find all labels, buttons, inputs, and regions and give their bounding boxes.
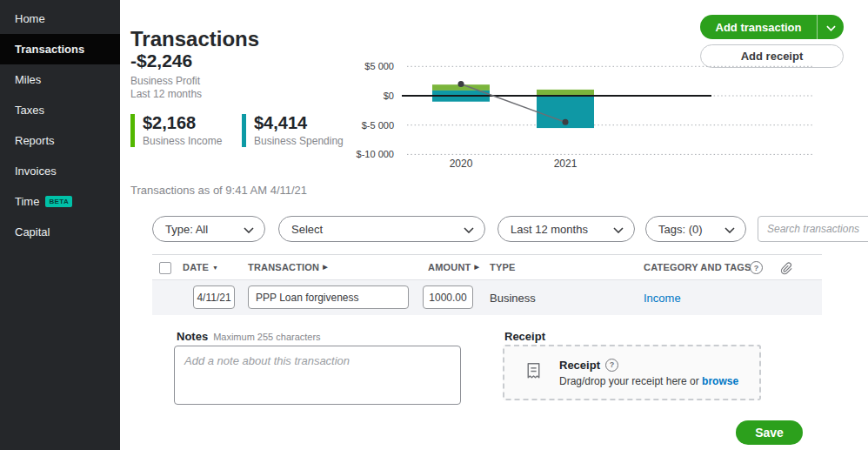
tags-filter-dropdown[interactable]: Tags: (0) — [645, 216, 746, 242]
receipt-dropzone[interactable]: Receipt ? Drag/drop your receipt here or… — [503, 345, 761, 400]
dropzone-title-text: Receipt — [559, 359, 600, 372]
transaction-type-value: Business — [490, 292, 536, 305]
amount-field[interactable] — [423, 285, 473, 309]
select-all-checkbox[interactable] — [159, 262, 171, 274]
select-filter-label: Select — [291, 223, 323, 236]
chevron-down-icon — [826, 19, 836, 35]
drop-text: Drag/drop your receipt here or — [559, 375, 699, 387]
column-header-label: CATEGORY AND TAGS — [644, 262, 751, 272]
transaction-edit-row: Business Income — [152, 279, 822, 315]
tags-filter-label: Tags: (0) — [658, 223, 703, 236]
sidebar-item-label: Home — [15, 12, 45, 25]
receipt-section-label: Receipt — [504, 330, 545, 343]
business-spending-value: $4,414 — [254, 114, 344, 131]
sidebar-item-label: Capital — [15, 225, 50, 238]
profit-chart: $5 000$0$-5 000$-10 00020202021 — [335, 54, 826, 176]
sort-desc-icon: ▼ — [212, 265, 218, 271]
business-profit-value: -$2,246 — [130, 50, 192, 71]
business-income-stat: $2,168 Business Income — [130, 114, 222, 147]
business-income-label: Business Income — [143, 135, 222, 147]
business-profit-label: Business Profit — [130, 75, 200, 87]
browse-link[interactable]: browse — [702, 375, 738, 387]
add-transaction-menu-toggle[interactable] — [818, 15, 844, 39]
svg-text:2021: 2021 — [554, 158, 578, 170]
app-window: Home Transactions Miles Taxes Reports In… — [0, 0, 868, 450]
business-income-value: $2,168 — [143, 114, 222, 131]
chevron-down-icon — [724, 223, 735, 236]
sidebar-item-capital[interactable]: Capital — [0, 217, 120, 247]
sidebar-item-taxes[interactable]: Taxes — [0, 95, 120, 125]
chevron-down-icon — [464, 223, 474, 236]
save-button[interactable]: Save — [736, 420, 803, 445]
column-header-category: CATEGORY AND TAGS — [644, 262, 751, 272]
notes-section-label: NotesMaximum 255 characters — [177, 330, 321, 343]
sort-icon: ▶ — [323, 264, 328, 271]
column-header-label: DATE — [183, 262, 209, 272]
column-header-type: TYPE — [490, 262, 516, 272]
dropzone-text-block: Receipt ? Drag/drop your receipt here or… — [559, 359, 738, 387]
column-header-transaction[interactable]: TRANSACTION ▶ — [248, 262, 328, 272]
notes-hint: Maximum 255 characters — [213, 332, 321, 342]
help-icon[interactable]: ? — [750, 261, 763, 274]
search-input[interactable] — [758, 216, 868, 242]
column-header-label: TYPE — [490, 262, 516, 272]
column-header-date[interactable]: DATE ▼ — [183, 262, 218, 272]
date-range-label: Last 12 months — [511, 223, 588, 236]
sidebar-item-home[interactable]: Home — [0, 3, 120, 34]
sidebar-item-label: Transactions — [15, 43, 84, 56]
sidebar-item-time[interactable]: TimeBETA — [0, 186, 120, 217]
note-textarea[interactable] — [174, 346, 461, 405]
category-link[interactable]: Income — [644, 292, 681, 305]
dropzone-title: Receipt ? — [559, 359, 738, 372]
svg-text:2020: 2020 — [450, 158, 473, 170]
business-profit-sublabel: Last 12 months — [130, 88, 202, 100]
sidebar-item-invoices[interactable]: Invoices — [0, 156, 120, 186]
sidebar-item-miles[interactable]: Miles — [0, 64, 120, 95]
business-spending-label: Business Spending — [254, 135, 344, 147]
transactions-table-header: DATE ▼ TRANSACTION ▶ AMOUNT ▶ TYPE CATEG… — [152, 254, 822, 280]
chevron-down-icon — [244, 223, 254, 236]
select-filter-dropdown[interactable]: Select — [278, 216, 485, 242]
sidebar-item-transactions[interactable]: Transactions — [0, 34, 120, 64]
paperclip-icon — [780, 261, 793, 277]
sidebar-item-label: Time — [15, 195, 39, 208]
date-range-dropdown[interactable]: Last 12 months — [497, 216, 635, 242]
add-transaction-split-button: Add transaction — [700, 15, 844, 39]
notes-label-text: Notes — [177, 330, 208, 343]
type-filter-dropdown[interactable]: Type: All — [152, 216, 265, 242]
sidebar-item-label: Taxes — [15, 104, 44, 117]
date-field[interactable] — [193, 285, 235, 309]
business-spending-stat: $4,414 Business Spending — [242, 114, 344, 147]
svg-text:$-5 000: $-5 000 — [362, 120, 394, 131]
dropzone-instructions: Drag/drop your receipt here or browse — [559, 375, 738, 387]
column-header-label: AMOUNT — [428, 262, 471, 272]
receipt-icon — [523, 360, 544, 386]
transaction-name-field[interactable] — [248, 285, 409, 309]
svg-text:$5 000: $5 000 — [364, 61, 394, 71]
page-title: Transactions — [130, 27, 259, 51]
transactions-status-line: Transactions as of 9:41 AM 4/11/21 — [130, 184, 307, 197]
add-transaction-button[interactable]: Add transaction — [700, 15, 817, 39]
svg-text:$-10 000: $-10 000 — [357, 149, 394, 159]
chevron-down-icon — [613, 223, 624, 236]
column-header-label: TRANSACTION — [248, 262, 319, 272]
svg-text:$0: $0 — [384, 91, 394, 101]
beta-badge: BETA — [45, 196, 72, 207]
sidebar-item-label: Invoices — [15, 165, 57, 178]
help-icon[interactable]: ? — [605, 359, 618, 372]
sidebar-item-reports[interactable]: Reports — [0, 125, 120, 156]
type-filter-label: Type: All — [165, 223, 208, 236]
column-header-amount[interactable]: AMOUNT ▶ — [428, 262, 479, 272]
sidebar: Home Transactions Miles Taxes Reports In… — [0, 0, 120, 450]
sort-icon: ▶ — [474, 264, 479, 271]
sidebar-item-label: Reports — [15, 134, 55, 147]
sidebar-item-label: Miles — [15, 73, 41, 86]
